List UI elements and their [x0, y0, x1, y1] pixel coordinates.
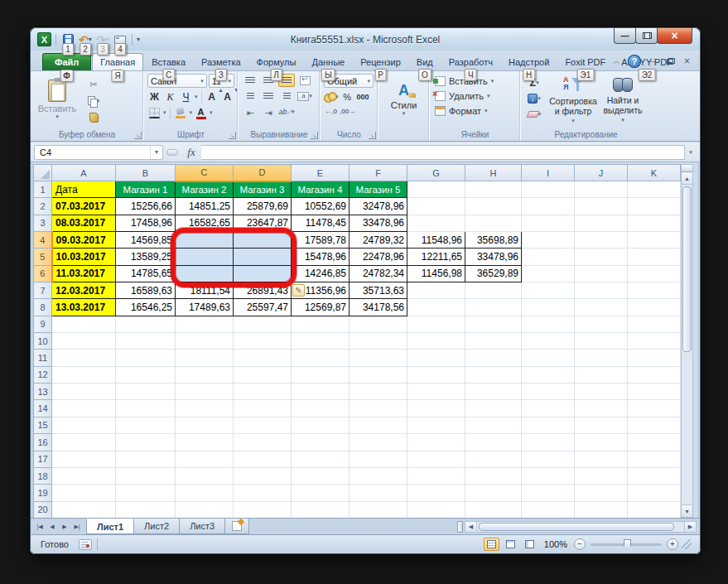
cell-J13[interactable]	[575, 384, 628, 400]
row-header-13[interactable]: 13	[34, 384, 52, 400]
cell-E20[interactable]	[292, 501, 350, 518]
cell-G2[interactable]	[407, 198, 465, 215]
increase-decimal-button[interactable]: ←,0	[324, 105, 338, 118]
row-header-5[interactable]: 5	[34, 249, 52, 265]
cell-A2[interactable]: 07.03.2017	[52, 198, 116, 215]
cell-G20[interactable]	[407, 501, 465, 518]
cell-E15[interactable]	[292, 417, 350, 433]
styles-button[interactable]: А Стили ▾	[382, 74, 426, 125]
cell-A12[interactable]	[52, 366, 116, 383]
cell-F6[interactable]: 24782,34	[350, 265, 407, 282]
cell-C14[interactable]	[176, 400, 234, 417]
cell-A18[interactable]	[52, 467, 116, 484]
decrease-indent-button[interactable]	[242, 105, 258, 118]
row-header-12[interactable]: 12	[34, 366, 52, 383]
cell-A10[interactable]	[52, 333, 116, 350]
wrap-text-button[interactable]	[297, 74, 313, 87]
cell-I7[interactable]	[522, 282, 575, 299]
col-header-I[interactable]: I	[522, 165, 575, 181]
cell-K9[interactable]	[628, 316, 681, 332]
cell-J12[interactable]	[575, 366, 628, 383]
cell-H12[interactable]	[465, 366, 522, 383]
cell-I18[interactable]	[522, 467, 575, 484]
zoom-in-button[interactable]: +	[667, 538, 678, 550]
cell-J16[interactable]	[575, 434, 628, 451]
italic-button[interactable]: К	[163, 90, 177, 104]
tab-foxit-pdf[interactable]: Foxit PDF Э1	[557, 53, 613, 70]
cell-B20[interactable]	[116, 501, 176, 518]
cell-A20[interactable]	[52, 501, 116, 518]
cell-G14[interactable]	[407, 400, 465, 417]
cell-H7[interactable]	[465, 282, 522, 299]
workbook-restore-icon[interactable]	[663, 56, 676, 67]
cell-H15[interactable]	[465, 417, 522, 433]
row-header-20[interactable]: 20	[34, 501, 52, 518]
cell-I12[interactable]	[522, 366, 575, 383]
cell-F12[interactable]	[350, 366, 407, 383]
prev-sheet-button[interactable]	[46, 521, 58, 533]
cell-J6[interactable]	[575, 265, 628, 282]
cell-K2[interactable]	[628, 198, 681, 215]
cell-H1[interactable]	[465, 181, 522, 198]
cell-F5[interactable]: 22478,96	[350, 249, 407, 265]
grow-font-button[interactable]: А▲	[205, 90, 219, 104]
cell-E10[interactable]	[292, 333, 350, 350]
insert-worksheet-button[interactable]	[224, 519, 249, 534]
cell-I8[interactable]	[522, 299, 575, 316]
cell-C8[interactable]: 17489,63	[176, 299, 234, 316]
row-header-9[interactable]: 9	[34, 316, 52, 332]
col-header-E[interactable]: E	[292, 165, 350, 181]
cell-I13[interactable]	[522, 384, 575, 400]
tab-insert[interactable]: Вставка С	[144, 53, 193, 70]
cell-B1[interactable]: Магазин 1	[116, 181, 176, 198]
cell-J19[interactable]	[575, 485, 628, 501]
vertical-split-box[interactable]	[682, 165, 692, 172]
cell-C17[interactable]	[176, 451, 234, 467]
zoom-slider-track[interactable]	[591, 543, 662, 546]
cell-H11[interactable]	[465, 350, 522, 366]
scroll-up-icon[interactable]: ▲	[682, 172, 692, 185]
cell-K11[interactable]	[628, 350, 681, 366]
expand-formula-bar-icon[interactable]: ▾	[685, 145, 697, 160]
cell-C13[interactable]	[176, 384, 234, 400]
cell-C12[interactable]	[176, 366, 234, 383]
col-header-J[interactable]: J	[575, 165, 628, 181]
merge-center-button[interactable]: ▾	[297, 89, 313, 103]
cell-F7[interactable]: 35713,63	[350, 282, 407, 299]
cell-G13[interactable]	[407, 384, 465, 400]
select-all-corner[interactable]	[34, 165, 52, 181]
cell-G8[interactable]	[407, 299, 465, 316]
cell-J5[interactable]	[575, 249, 628, 265]
percent-button[interactable]: %	[340, 90, 354, 103]
align-left-button[interactable]	[242, 89, 258, 103]
cell-E3[interactable]: 11478,45	[292, 215, 350, 231]
sheet-tab-1[interactable]: Лист1	[86, 519, 134, 534]
cell-I19[interactable]	[522, 485, 575, 501]
cell-B8[interactable]: 16546,25	[116, 299, 176, 316]
cell-H20[interactable]	[465, 501, 522, 518]
cell-C18[interactable]	[176, 467, 234, 484]
zoom-level[interactable]: 100%	[544, 539, 567, 549]
cell-D8[interactable]: 25597,47	[234, 299, 292, 316]
cell-A8[interactable]: 13.03.2017	[52, 299, 116, 316]
col-header-A[interactable]: A	[52, 165, 116, 181]
col-header-D[interactable]: D	[234, 165, 292, 181]
cell-D15[interactable]	[234, 417, 292, 433]
cell-A9[interactable]	[52, 316, 116, 332]
paste-options-icon[interactable]	[292, 284, 305, 297]
cell-H9[interactable]	[465, 316, 522, 332]
qat-dropdown-icon[interactable]: ▾	[137, 36, 140, 43]
cell-E7[interactable]: 11356,96	[292, 282, 350, 299]
row-header-10[interactable]: 10	[34, 333, 52, 350]
align-top-button[interactable]	[242, 74, 258, 87]
row-header-11[interactable]: 11	[34, 350, 52, 366]
row-header-1[interactable]: 1	[34, 181, 52, 198]
cell-A11[interactable]	[52, 350, 116, 366]
cell-F14[interactable]	[350, 400, 407, 417]
cell-A5[interactable]: 10.03.2017	[52, 249, 116, 265]
restore-button[interactable]	[635, 28, 658, 44]
cell-A6[interactable]: 11.03.2017	[52, 265, 116, 282]
cell-B11[interactable]	[116, 350, 176, 366]
vertical-scrollbar[interactable]: ▲ ▼	[681, 164, 693, 518]
scroll-left-icon[interactable]: ◀	[465, 521, 477, 533]
